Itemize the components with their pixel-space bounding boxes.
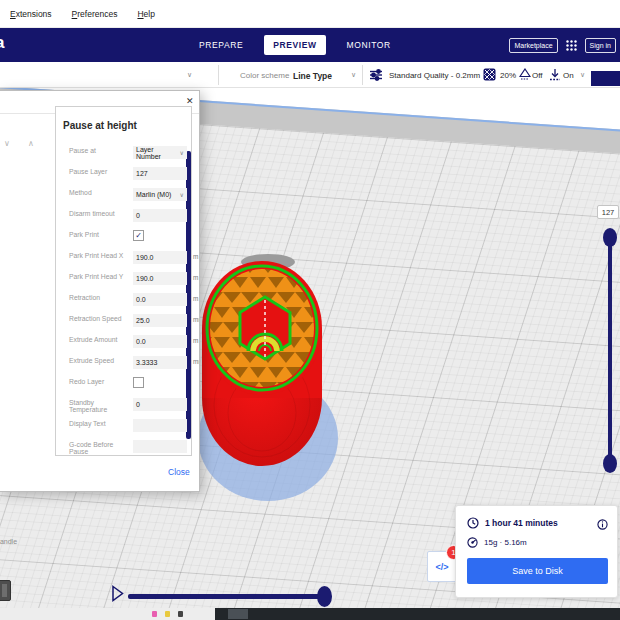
setting-input[interactable]: 0.0: [133, 293, 187, 306]
main-navbar: a PREPARE PREVIEW MONITOR Marketplace Si…: [0, 28, 620, 62]
material-estimate: 15g · 5.16m: [484, 538, 527, 547]
setting-label: Disarm timeout: [69, 210, 131, 217]
layer-slider-value: 127: [597, 205, 619, 219]
taskbar-icon[interactable]: [152, 611, 157, 617]
check-icon: ✓: [135, 232, 142, 240]
setting-label: Park Print Head Y: [69, 273, 131, 280]
print-settings-chevron-icon[interactable]: ∨: [580, 71, 585, 79]
taskbar-icon[interactable]: [165, 611, 170, 617]
setting-input[interactable]: 25.0: [133, 314, 187, 327]
setting-label: Display Text: [69, 420, 131, 427]
support-icon: [519, 68, 531, 81]
setting-value: 190.0: [136, 254, 154, 261]
menu-preferences[interactable]: Preferences: [72, 9, 118, 19]
chevron-down-icon: ∨: [180, 191, 184, 198]
layer-slider-track[interactable]: [608, 233, 612, 468]
info-icon[interactable]: [597, 519, 608, 530]
setting-value: 0: [136, 212, 140, 219]
chevron-down-icon: ∨: [180, 149, 184, 156]
taskbar-icon[interactable]: [178, 611, 183, 617]
setting-label: Pause at: [69, 147, 131, 154]
setting-label: Retraction: [69, 294, 131, 301]
script-move-down-icon[interactable]: ∨: [4, 139, 10, 148]
print-time-estimate: 1 hour 41 minutes: [485, 518, 558, 528]
setting-value: 0.0: [136, 338, 146, 345]
dialog-title: Pause at height: [63, 120, 137, 131]
setting-input[interactable]: [133, 440, 187, 453]
adhesion-icon: [549, 68, 561, 81]
buildplate-text: handle: [0, 538, 17, 545]
script-move-up-icon[interactable]: ∧: [28, 139, 34, 148]
adhesion-value: On: [563, 71, 574, 80]
clock-icon: [467, 517, 479, 529]
tab-preview[interactable]: PREVIEW: [264, 35, 325, 55]
view-dropdown-chevron-icon[interactable]: ∨: [187, 71, 192, 79]
setting-dropdown[interactable]: Layer Number∨: [133, 146, 187, 159]
toolbar-divider: [218, 65, 219, 85]
setting-input[interactable]: 190.0: [133, 272, 187, 285]
tab-monitor[interactable]: MONITOR: [338, 35, 400, 55]
setting-value: 190.0: [136, 275, 154, 282]
color-scheme-value[interactable]: Line Type: [293, 71, 332, 81]
toolbar-divider: [362, 65, 363, 85]
menu-extensions[interactable]: Extensions: [10, 9, 52, 19]
cura-logo: a: [0, 33, 4, 53]
setting-label: G-code Before Pause: [69, 441, 131, 455]
setting-value: 3.3333: [136, 359, 157, 366]
setting-input[interactable]: [133, 419, 187, 432]
setting-label: Pause Layer: [69, 168, 131, 175]
setting-value: 127: [136, 170, 148, 177]
infill-icon: [483, 68, 496, 81]
setting-label: Standby Temperature: [69, 399, 131, 413]
setting-unit: m: [193, 253, 198, 260]
setting-unit: m: [193, 274, 198, 281]
navbar-right-group: Marketplace Sign in: [509, 28, 616, 62]
layer-slider-lower-handle[interactable]: [603, 454, 617, 473]
setting-input[interactable]: 0: [133, 398, 187, 411]
setting-label: Extrude Amount: [69, 336, 131, 343]
setting-input[interactable]: 127: [133, 167, 187, 180]
cura-window: Extensions Preferences Help a PREPARE PR…: [0, 0, 620, 620]
stage-tabs: PREPARE PREVIEW MONITOR: [190, 28, 400, 62]
model-preview[interactable]: [195, 245, 345, 515]
setting-label: Park Print Head X: [69, 252, 131, 259]
save-to-disk-button[interactable]: Save to Disk: [467, 558, 608, 584]
post-processing-dialog: ✕ ∨ ∧ ✕ Pause at height Pause at Layer N…: [0, 90, 200, 492]
menu-help[interactable]: Help: [137, 9, 154, 19]
dialog-close-icon[interactable]: ✕: [186, 96, 194, 106]
apps-grid-icon[interactable]: [565, 39, 578, 52]
color-scheme-label: Color scheme: [240, 71, 289, 80]
taskbar-segment: [228, 609, 248, 619]
corner-tool-icon[interactable]: [0, 580, 11, 601]
marketplace-button[interactable]: Marketplace: [509, 38, 557, 53]
setting-checkbox-unchecked[interactable]: [133, 377, 144, 388]
setting-input[interactable]: 190.0: [133, 251, 187, 264]
profile-value[interactable]: Standard Quality - 0.2mm: [389, 71, 480, 80]
print-settings-sliders-icon[interactable]: [369, 68, 383, 82]
setting-unit: mm: [193, 316, 200, 323]
play-button-icon[interactable]: [111, 585, 125, 602]
setting-unit: m: [193, 295, 198, 302]
playback-slider-track[interactable]: [128, 594, 325, 599]
menu-bar: Extensions Preferences Help: [0, 0, 620, 28]
sign-in-button[interactable]: Sign in: [585, 38, 616, 53]
layer-slider-upper-handle[interactable]: [603, 228, 617, 247]
setting-dropdown[interactable]: Marlin (M0)∨: [133, 188, 187, 201]
preview-toolbar: ∨ Color scheme Line Type ∨ Standard Qual…: [0, 62, 620, 88]
setting-input[interactable]: 0: [133, 209, 187, 222]
setting-value: Marlin (M0): [136, 191, 171, 198]
setting-checkbox-checked[interactable]: ✓: [133, 230, 144, 241]
setting-value: 0: [136, 401, 140, 408]
setting-unit: mm: [193, 358, 200, 365]
dialog-close-link[interactable]: Close: [168, 467, 190, 477]
setting-label: Extrude Speed: [69, 357, 131, 364]
playback-slider-handle[interactable]: [317, 586, 332, 607]
setting-input[interactable]: 3.3333: [133, 356, 187, 369]
setting-label: Redo Layer: [69, 378, 131, 385]
setting-label: Park Print: [69, 231, 131, 238]
color-scheme-chevron-icon[interactable]: ∨: [351, 71, 356, 79]
tab-prepare[interactable]: PREPARE: [190, 35, 252, 55]
setting-input[interactable]: 0.0: [133, 335, 187, 348]
setting-value: 0.0: [136, 296, 146, 303]
setting-value: 25.0: [136, 317, 150, 324]
